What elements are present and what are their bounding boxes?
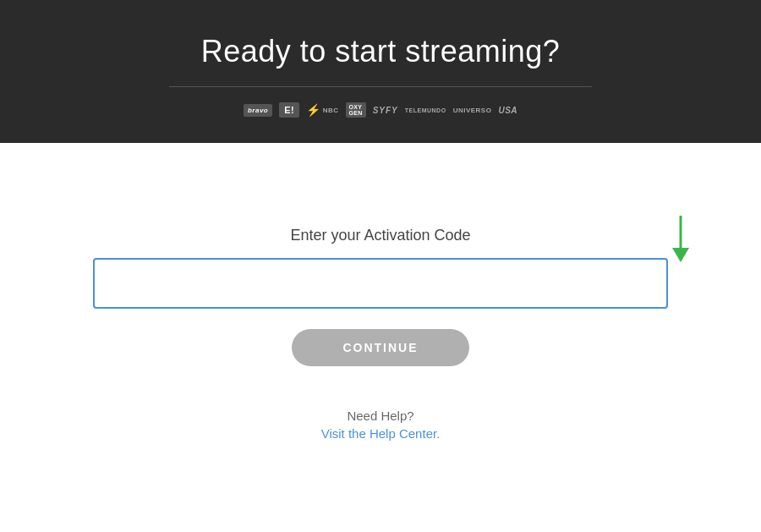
peacock-icon: ⚡ bbox=[306, 103, 321, 117]
nbc-logo: ⚡ NBC bbox=[306, 103, 338, 117]
page-title: Ready to start streaming? bbox=[201, 34, 561, 69]
oxygen-logo: OXYGEN bbox=[346, 102, 366, 118]
syfy-logo: SYFY bbox=[373, 106, 398, 115]
telemundo-logo: TELEMUNDO bbox=[405, 107, 446, 113]
divider bbox=[169, 86, 592, 87]
help-section: Need Help? Visit the Help Center. bbox=[321, 409, 441, 441]
help-text: Need Help? bbox=[347, 409, 413, 423]
universo-logo: UNIVERSO bbox=[453, 107, 492, 114]
input-container bbox=[93, 258, 668, 309]
arrow-indicator bbox=[668, 216, 693, 266]
help-center-link[interactable]: Visit the Help Center. bbox=[321, 426, 441, 441]
e-logo: E! bbox=[279, 102, 299, 118]
activation-code-input[interactable] bbox=[93, 258, 668, 309]
network-logos-row: bravo E! ⚡ NBC OXYGEN SYFY TELEMUNDO UNI… bbox=[244, 102, 517, 118]
continue-button[interactable]: CONTINUE bbox=[292, 329, 468, 366]
activation-label: Enter your Activation Code bbox=[290, 227, 470, 244]
activation-section: Enter your Activation Code CONTINUE Need… bbox=[0, 143, 761, 532]
svg-marker-1 bbox=[672, 248, 689, 262]
bravo-logo: bravo bbox=[244, 104, 272, 117]
hero-section: Ready to start streaming? bravo E! ⚡ NBC… bbox=[0, 0, 761, 143]
usa-logo: USA bbox=[498, 106, 517, 115]
down-arrow-icon bbox=[668, 216, 693, 262]
